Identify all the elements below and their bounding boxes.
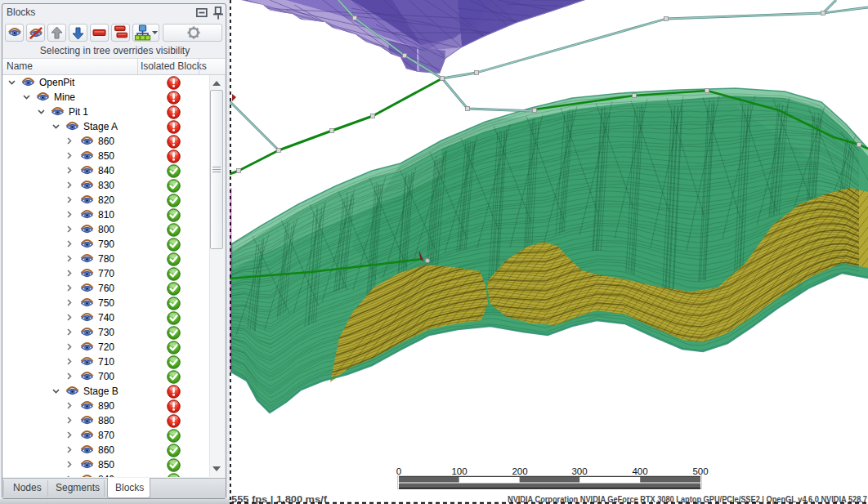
svg-text:100: 100 bbox=[451, 466, 467, 476]
svg-text:400: 400 bbox=[632, 466, 647, 476]
svg-text:300: 300 bbox=[571, 466, 587, 476]
svg-text:0: 0 bbox=[396, 466, 401, 476]
svg-text:200: 200 bbox=[512, 466, 527, 476]
svg-text:555 fps | 1.800 ms/f: 555 fps | 1.800 ms/f bbox=[231, 494, 328, 504]
svg-text:NVIDIA Corporation NVIDIA GeFo: NVIDIA Corporation NVIDIA GeForce RTX 30… bbox=[508, 494, 867, 504]
svg-text:500: 500 bbox=[692, 466, 708, 476]
